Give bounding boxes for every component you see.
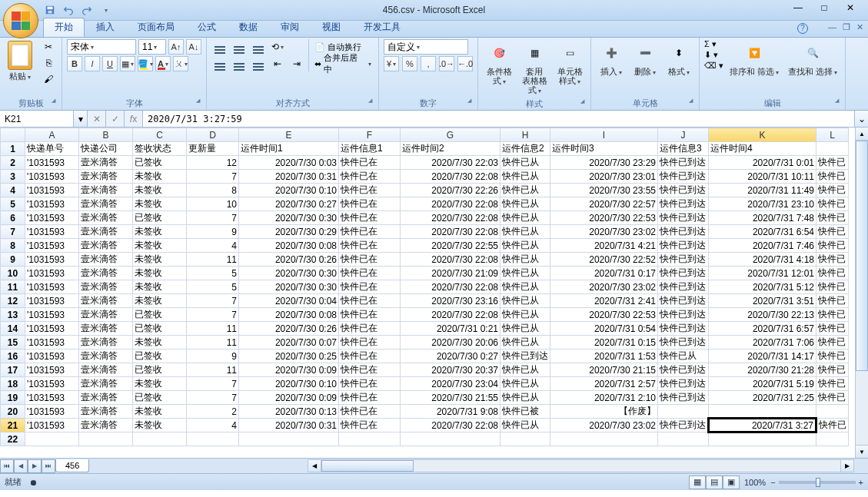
- select-all-corner[interactable]: [1, 128, 25, 142]
- cell[interactable]: '1031593: [25, 211, 79, 225]
- cell[interactable]: 快件已: [816, 391, 849, 405]
- cell[interactable]: 9: [187, 225, 239, 239]
- cell[interactable]: 快件已: [816, 253, 849, 267]
- cell[interactable]: 2020/7/30 23:29: [550, 156, 658, 170]
- column-header-I[interactable]: I: [550, 128, 658, 142]
- tab-view[interactable]: 视图: [311, 18, 352, 37]
- cell[interactable]: 快件已到达: [658, 267, 709, 280]
- cell[interactable]: 2020/7/31 4:21: [550, 239, 658, 253]
- tab-data[interactable]: 数据: [228, 18, 269, 37]
- cell[interactable]: 7: [187, 294, 239, 308]
- cell[interactable]: '1031593: [25, 336, 79, 350]
- orientation-button[interactable]: ⟲: [269, 39, 286, 55]
- cell[interactable]: [658, 405, 709, 419]
- cell[interactable]: 2: [187, 405, 239, 419]
- cell[interactable]: [501, 432, 550, 446]
- cell[interactable]: 签收状态: [133, 142, 187, 156]
- cell[interactable]: 快件已到达: [658, 184, 709, 197]
- cell[interactable]: 壹米滴答: [79, 280, 133, 294]
- cell[interactable]: 快件已: [816, 184, 849, 197]
- cell[interactable]: 快件已在: [339, 267, 401, 280]
- cell[interactable]: 壹米滴答: [79, 322, 133, 336]
- cell[interactable]: 快件已到达: [658, 156, 709, 170]
- cell[interactable]: 快件已在: [339, 184, 401, 197]
- row-header-13[interactable]: 13: [1, 308, 25, 322]
- cell[interactable]: 2020/7/31 1:53: [550, 350, 658, 363]
- cell[interactable]: 快件已到达: [658, 363, 709, 377]
- cell[interactable]: 2020/7/31 7:06: [709, 336, 816, 350]
- cell[interactable]: '1031593: [25, 391, 79, 405]
- cell[interactable]: 2020/7/30 0:27: [239, 197, 339, 211]
- normal-view-button[interactable]: ▦: [689, 475, 706, 489]
- cell[interactable]: 2020/7/31 11:49: [709, 184, 816, 197]
- cell[interactable]: 2020/7/31 4:18: [709, 253, 816, 267]
- cell[interactable]: 快件已从: [501, 419, 550, 432]
- cell[interactable]: 快件已在: [339, 211, 401, 225]
- align-center[interactable]: [231, 56, 248, 71]
- cell[interactable]: 2020/7/31 9:08: [401, 405, 501, 419]
- cell[interactable]: 快件已: [816, 170, 849, 184]
- cell[interactable]: 快件已: [816, 294, 849, 308]
- sheet-nav-last[interactable]: ⏭: [42, 459, 55, 473]
- cell[interactable]: 11: [187, 322, 239, 336]
- cell[interactable]: 快件已: [816, 211, 849, 225]
- cell[interactable]: 快件已到达: [658, 211, 709, 225]
- cell[interactable]: 快件已: [816, 308, 849, 322]
- maximize-button[interactable]: □: [811, 0, 837, 15]
- cell[interactable]: 快件已从: [501, 170, 550, 184]
- cell[interactable]: 快件已: [816, 197, 849, 211]
- row-header-20[interactable]: 20: [1, 405, 25, 419]
- cell[interactable]: 2020/7/31 0:15: [550, 336, 658, 350]
- tab-formula[interactable]: 公式: [186, 18, 228, 37]
- cell[interactable]: 快件已在: [339, 253, 401, 267]
- cell[interactable]: 已签收: [133, 391, 187, 405]
- cell[interactable]: 壹米滴答: [79, 253, 133, 267]
- format-painter-icon[interactable]: 🖌: [40, 71, 57, 87]
- column-header-F[interactable]: F: [339, 128, 401, 142]
- cell[interactable]: 快递单号: [25, 142, 79, 156]
- cell[interactable]: 2020/7/30 23:55: [550, 184, 658, 197]
- cell[interactable]: 2020/7/30 0:25: [239, 350, 339, 363]
- cell[interactable]: 2020/7/30 22:08: [401, 253, 501, 267]
- cell[interactable]: 2020/7/31 6:57: [709, 322, 816, 336]
- zoom-in-button[interactable]: +: [859, 478, 863, 487]
- cell[interactable]: 快件已: [816, 225, 849, 239]
- cell[interactable]: 2020/7/30 21:15: [550, 363, 658, 377]
- fx-button[interactable]: fx: [125, 111, 143, 127]
- cell[interactable]: 壹米滴答: [79, 225, 133, 239]
- cell[interactable]: 快件已在: [339, 350, 401, 363]
- cell[interactable]: 快件已从: [501, 225, 550, 239]
- cell[interactable]: 快件已从: [501, 197, 550, 211]
- cell[interactable]: 壹米滴答: [79, 197, 133, 211]
- cell[interactable]: [239, 432, 339, 446]
- cell[interactable]: 快件已在: [339, 225, 401, 239]
- font-color-button[interactable]: A: [155, 56, 171, 71]
- name-box[interactable]: K21: [0, 111, 74, 127]
- macro-record-icon[interactable]: ⏺: [29, 478, 38, 487]
- percent-button[interactable]: %: [402, 56, 417, 71]
- format-cells-button[interactable]: ⬍格式: [663, 39, 694, 79]
- border-button[interactable]: ▦: [120, 56, 135, 71]
- cell[interactable]: [550, 432, 658, 446]
- cell[interactable]: '1031593: [25, 419, 79, 432]
- cell[interactable]: 快件已从: [658, 350, 709, 363]
- cell[interactable]: 壹米滴答: [79, 211, 133, 225]
- cell[interactable]: 2020/7/30 22:52: [550, 253, 658, 267]
- cell[interactable]: 2020/7/30 0:08: [239, 239, 339, 253]
- cell[interactable]: 7: [187, 211, 239, 225]
- cell[interactable]: [816, 432, 849, 446]
- cell[interactable]: 2020/7/31 0:01: [709, 156, 816, 170]
- cell[interactable]: 快件已: [816, 377, 849, 391]
- cell[interactable]: 快件已到达: [658, 322, 709, 336]
- cell[interactable]: '1031593: [25, 308, 79, 322]
- cell[interactable]: '1031593: [25, 170, 79, 184]
- cell[interactable]: 4: [187, 239, 239, 253]
- cell[interactable]: 快件已到达: [501, 350, 550, 363]
- zoom-slider[interactable]: [779, 481, 856, 484]
- copy-icon[interactable]: ⎘: [40, 55, 57, 71]
- cell[interactable]: [658, 432, 709, 446]
- column-header-G[interactable]: G: [401, 128, 501, 142]
- cell[interactable]: 2020/7/31 0:54: [550, 322, 658, 336]
- page-layout-view-button[interactable]: ▤: [706, 475, 723, 489]
- cell[interactable]: 快件已到达: [658, 419, 709, 432]
